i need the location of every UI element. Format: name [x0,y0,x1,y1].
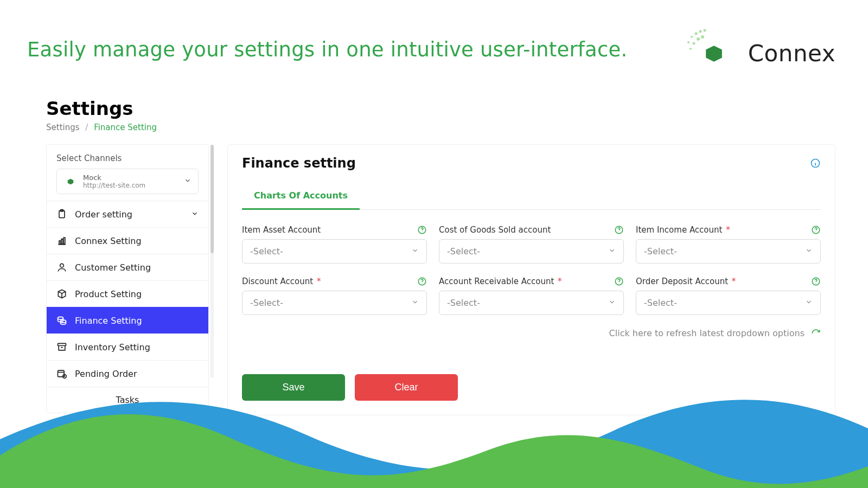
sidebar-item-label: Finance Setting [75,316,142,326]
select-placeholder: -Select- [644,298,677,308]
help-icon[interactable] [614,225,624,235]
refresh-dropdown-text[interactable]: Click here to refresh latest dropdown op… [609,328,805,338]
sidebar-item-customer-setting[interactable]: Customer Setting [47,254,208,280]
chevron-down-icon [608,246,616,256]
finance-settings-panel: Finance setting Charts Of Accounts Item … [227,144,835,415]
chevron-down-icon [805,298,813,308]
clipboard-icon [56,209,67,220]
svg-point-3 [687,41,690,43]
help-icon[interactable] [417,277,427,286]
sidebar-nav: Order setting Connex Setting Customer Se… [47,201,208,413]
account-select[interactable]: -Select- [636,239,821,264]
coins-icon [56,315,67,326]
field-label: Item Income Account * [636,225,730,235]
chevron-down-icon [608,298,616,308]
help-icon[interactable] [811,225,821,235]
svg-point-5 [694,33,697,35]
svg-point-6 [699,30,701,33]
sidebar-item-product-setting[interactable]: Product Setting [47,280,208,307]
form-field: Item Asset Account-Select- [242,225,427,264]
svg-point-29 [815,232,816,232]
svg-point-25 [422,232,422,232]
settings-sidebar: Select Channels Mock http://test-site.co… [46,144,209,413]
package-icon [56,288,67,299]
form-field: Account Receivable Account *-Select- [439,277,624,315]
svg-rect-14 [59,241,61,245]
form-field: Order Deposit Account *-Select- [636,277,821,315]
field-label: Cost of Goods Sold account [439,225,551,235]
required-asterisk: * [555,277,561,286]
field-label-row: Cost of Goods Sold account [439,225,624,235]
svg-point-8 [690,48,692,50]
clear-button[interactable]: Clear [355,374,458,401]
svg-rect-16 [63,237,65,245]
sidebar-item-order-setting[interactable]: Order setting [47,201,208,227]
breadcrumb-current: Finance Setting [94,123,157,132]
breadcrumb-root[interactable]: Settings [46,123,80,132]
chevron-down-icon [805,246,813,256]
panel-title: Finance setting [242,156,356,171]
breadcrumb: Settings / Finance Setting [46,123,835,132]
svg-point-11 [701,35,704,38]
sidebar-item-label: Pending Order [75,369,137,379]
form-field: Discount Account *-Select- [242,277,427,315]
channel-hex-icon [63,175,78,189]
sidebar-item-label: Product Setting [75,289,142,299]
calendar-clock-icon [56,368,67,379]
select-placeholder: -Select- [250,298,283,308]
sidebar-scrollbar-thumb[interactable] [210,145,214,253]
svg-rect-20 [58,343,66,345]
svg-point-35 [815,283,816,284]
sidebar-item-label: Customer Setting [75,262,151,273]
fields-grid: Item Asset Account-Select-Cost of Goods … [242,225,821,315]
help-icon[interactable] [614,277,624,286]
save-button[interactable]: Save [242,374,345,401]
svg-point-33 [618,283,619,284]
breadcrumb-separator: / [85,123,88,132]
svg-rect-15 [61,239,63,245]
svg-point-27 [618,232,619,232]
field-label: Account Receivable Account * [439,277,562,286]
sidebar-item-inventory-setting[interactable]: Inventory Setting [47,333,208,360]
sidebar-item-finance-setting[interactable]: Finance Setting [47,307,208,333]
sidebar-item-label: Order setting [75,209,132,220]
sidebar-item-tasks[interactable]: Tasks [47,387,208,413]
field-label-row: Item Income Account * [636,225,821,235]
required-asterisk: * [723,225,730,235]
select-placeholder: -Select- [250,246,283,256]
chevron-down-icon [191,209,199,220]
brand-mark-icon [684,26,738,80]
select-placeholder: -Select- [447,246,480,256]
brand-name: Connex [748,40,835,67]
help-icon[interactable] [417,225,427,235]
select-placeholder: -Select- [644,246,677,256]
chevron-down-icon [411,246,419,256]
help-icon[interactable] [811,277,821,286]
account-select[interactable]: -Select- [439,239,624,264]
svg-point-31 [422,283,422,284]
field-label-row: Account Receivable Account * [439,277,624,286]
tab-charts-of-accounts[interactable]: Charts Of Accounts [242,183,360,210]
info-icon[interactable] [810,158,821,169]
page-title: Settings [46,98,835,119]
channel-url: http://test-site.com [83,182,178,189]
svg-point-18 [58,317,63,319]
sidebar-item-label: Tasks [116,395,139,405]
sidebar-item-label: Connex Setting [75,236,142,246]
account-select[interactable]: -Select- [636,291,821,315]
select-placeholder: -Select- [447,298,480,308]
channel-selector[interactable]: Mock http://test-site.com [56,169,199,194]
account-select[interactable]: -Select- [242,291,427,315]
required-asterisk: * [314,277,321,286]
account-select[interactable]: -Select- [242,239,427,264]
sidebar-item-label: Inventory Setting [75,342,150,352]
field-label-row: Order Deposit Account * [636,277,821,286]
refresh-icon[interactable] [811,329,821,338]
archive-icon [56,342,67,352]
bar-chart-icon [56,235,67,246]
field-label: Order Deposit Account * [636,277,736,286]
sidebar-item-connex-setting[interactable]: Connex Setting [47,227,208,254]
field-label: Discount Account * [242,277,321,286]
sidebar-item-pending-order[interactable]: Pending Order [47,360,208,387]
account-select[interactable]: -Select- [439,291,624,315]
